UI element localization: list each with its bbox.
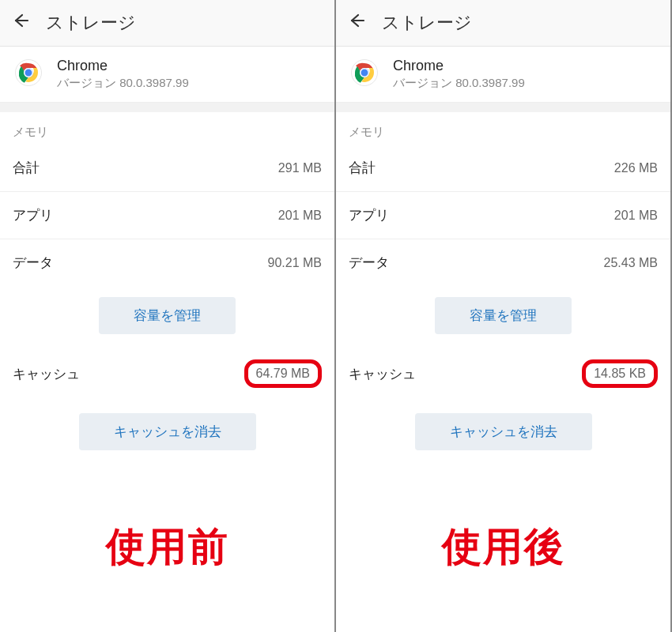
button-wrap: 容量を管理 (336, 286, 670, 345)
row-value: 90.21 MB (268, 256, 322, 270)
clear-cache-button[interactable]: キャッシュを消去 (415, 413, 592, 450)
app-row: Chrome バージョン 80.0.3987.99 (336, 47, 670, 103)
row-cache: キャッシュ 64.79 MB (0, 345, 334, 402)
clear-cache-button[interactable]: キャッシュを消去 (79, 413, 256, 450)
row-value: 226 MB (614, 161, 658, 175)
memory-header: メモリ (336, 112, 670, 145)
app-version: バージョン 80.0.3987.99 (57, 76, 189, 91)
button-wrap: キャッシュを消去 (0, 402, 334, 461)
row-label: データ (13, 254, 53, 272)
row-value: 201 MB (278, 209, 322, 223)
row-data: データ 25.43 MB (336, 239, 670, 286)
row-total: 合計 226 MB (336, 145, 670, 192)
row-data: データ 90.21 MB (0, 239, 334, 286)
app-name: Chrome (57, 58, 189, 74)
after-caption: 使用後 (442, 521, 565, 574)
row-cache: キャッシュ 14.85 KB (336, 345, 670, 402)
row-total: 合計 291 MB (0, 145, 334, 192)
row-label: データ (349, 254, 389, 272)
row-value: 291 MB (278, 161, 322, 175)
before-caption: 使用前 (106, 521, 229, 574)
back-icon[interactable] (347, 11, 382, 35)
app-info: Chrome バージョン 80.0.3987.99 (393, 58, 525, 91)
row-label: 合計 (13, 159, 40, 177)
title-bar: ストレージ (0, 0, 334, 47)
chrome-icon (350, 58, 393, 90)
manage-storage-button[interactable]: 容量を管理 (99, 297, 236, 334)
app-row: Chrome バージョン 80.0.3987.99 (0, 47, 334, 103)
app-name: Chrome (393, 58, 525, 74)
row-app: アプリ 201 MB (336, 192, 670, 239)
page-title: ストレージ (46, 11, 136, 35)
caption-area: 使用前 (0, 461, 334, 632)
row-label: キャッシュ (13, 365, 80, 383)
panel-after: ストレージ Chrome バージョン 80.0.3987.99 メモリ 合計 2… (336, 0, 672, 632)
manage-storage-button[interactable]: 容量を管理 (435, 297, 572, 334)
back-icon[interactable] (11, 11, 46, 35)
row-label: アプリ (13, 206, 53, 224)
panel-before: ストレージ Chrome バージョン 80.0.3987.99 メモリ 合計 2… (0, 0, 336, 632)
app-info: Chrome バージョン 80.0.3987.99 (57, 58, 189, 91)
chrome-icon (14, 58, 57, 90)
app-version: バージョン 80.0.3987.99 (393, 76, 525, 91)
row-app: アプリ 201 MB (0, 192, 334, 239)
row-label: アプリ (349, 206, 389, 224)
row-label: 合計 (349, 159, 376, 177)
divider (0, 103, 334, 112)
cache-highlight: 64.79 MB (244, 359, 322, 388)
button-wrap: 容量を管理 (0, 286, 334, 345)
caption-area: 使用後 (336, 461, 670, 632)
divider (336, 103, 670, 112)
page-title: ストレージ (382, 11, 472, 35)
title-bar: ストレージ (336, 0, 670, 47)
row-value: 201 MB (614, 209, 658, 223)
row-value: 25.43 MB (604, 256, 658, 270)
memory-header: メモリ (0, 112, 334, 145)
row-label: キャッシュ (349, 365, 416, 383)
button-wrap: キャッシュを消去 (336, 402, 670, 461)
cache-highlight: 14.85 KB (582, 359, 658, 388)
